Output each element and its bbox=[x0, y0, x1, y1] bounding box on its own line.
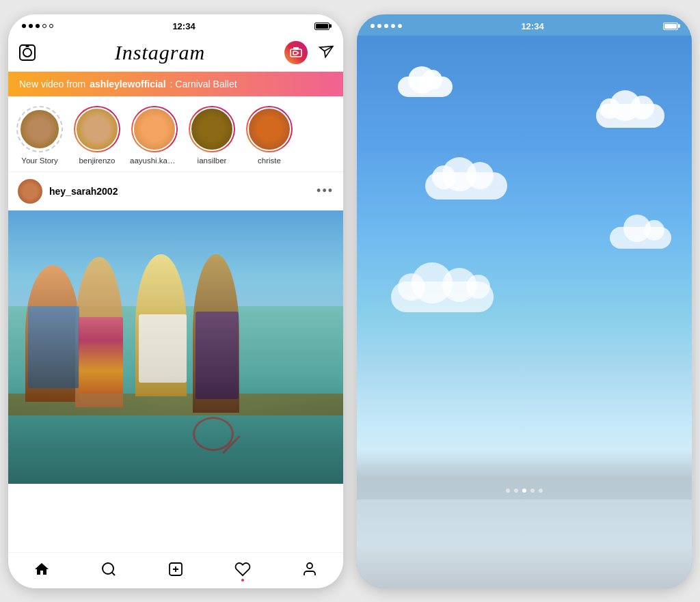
status-time-right: 12:34 bbox=[521, 21, 543, 31]
cloud-group-5 bbox=[391, 282, 494, 312]
story-label-christe: christe bbox=[258, 156, 281, 165]
rdot-2 bbox=[377, 24, 381, 28]
page-dots bbox=[506, 489, 543, 493]
heart-notification-dot bbox=[241, 579, 244, 582]
bottom-nav bbox=[8, 552, 343, 588]
nav-right bbox=[284, 41, 332, 64]
nav-profile[interactable] bbox=[301, 561, 318, 577]
notification-banner[interactable]: New video from ashleylewofficial : Carni… bbox=[8, 72, 343, 96]
battery-icon bbox=[314, 23, 329, 30]
camera-icon[interactable] bbox=[19, 44, 36, 61]
story-label-aayushi: aayushi.kaushik bbox=[130, 156, 179, 165]
instagram-logo: Instagram bbox=[115, 41, 205, 64]
nav-likes[interactable] bbox=[234, 561, 251, 577]
svg-point-9 bbox=[103, 563, 113, 574]
dot-1 bbox=[22, 24, 26, 28]
nav-search[interactable] bbox=[100, 561, 117, 577]
svg-line-10 bbox=[112, 572, 115, 575]
battery-fill-right bbox=[664, 24, 677, 29]
page-dot-1 bbox=[506, 489, 510, 493]
post-image-overlay bbox=[8, 210, 343, 484]
phone-left: 12:34 Instagram bbox=[8, 14, 343, 588]
top-nav: Instagram bbox=[8, 36, 343, 72]
battery-icon-right bbox=[663, 23, 678, 30]
your-story-avatar-wrap bbox=[16, 106, 63, 152]
igtv-nav-icon[interactable] bbox=[284, 41, 308, 64]
rdot-1 bbox=[371, 24, 375, 28]
svg-point-14 bbox=[307, 563, 312, 569]
screenshot-container: 12:34 Instagram bbox=[0, 1, 700, 602]
direct-messages-icon[interactable] bbox=[315, 41, 334, 64]
rdot-4 bbox=[391, 24, 395, 28]
story-avatar-3 bbox=[133, 107, 176, 151]
post-header: hey_sarah2002 ••• bbox=[8, 172, 343, 210]
story-item-christe[interactable]: christe bbox=[245, 106, 294, 165]
post-more-button[interactable]: ••• bbox=[317, 184, 334, 198]
stories-row: Your Story benjirenzo aayushi.kaushik bbox=[8, 96, 343, 172]
post-container: hey_sarah2002 ••• bbox=[8, 172, 343, 552]
story-item-benjirenzo[interactable]: benjirenzo bbox=[72, 106, 122, 165]
story-avatar-wrap-3 bbox=[131, 106, 178, 152]
rdot-3 bbox=[384, 24, 388, 28]
signal-dots bbox=[22, 24, 53, 28]
status-bar-left: 12:34 bbox=[8, 14, 343, 36]
page-dot-2 bbox=[514, 489, 518, 493]
story-item-aayushi[interactable]: aayushi.kaushik bbox=[130, 106, 179, 165]
cloud-group-3 bbox=[425, 172, 507, 200]
dot-3 bbox=[36, 24, 40, 28]
story-avatar-2 bbox=[75, 107, 119, 151]
battery-fill bbox=[316, 24, 328, 29]
phone-right: 12:34 bbox=[357, 14, 692, 588]
cloud-group-1 bbox=[398, 77, 453, 97]
post-image bbox=[8, 210, 343, 484]
story-avatar-wrap-2 bbox=[74, 106, 120, 152]
story-item-your-story[interactable]: Your Story bbox=[15, 106, 64, 165]
cloud-group-4 bbox=[610, 227, 671, 249]
signal-dots-right bbox=[371, 24, 402, 28]
story-avatar-4 bbox=[190, 107, 234, 151]
page-dot-4 bbox=[530, 489, 535, 493]
story-avatar-wrap-4 bbox=[189, 106, 235, 152]
home-screen-content bbox=[357, 36, 692, 588]
dot-2 bbox=[29, 24, 33, 28]
story-item-iansilber[interactable]: iansilber bbox=[187, 106, 237, 165]
svg-line-3 bbox=[296, 53, 299, 55]
rdot-5 bbox=[398, 24, 402, 28]
story-avatar-5 bbox=[247, 107, 291, 151]
story-label-benjirenzo: benjirenzo bbox=[79, 156, 115, 165]
status-time: 12:34 bbox=[172, 21, 195, 31]
notification-prefix: New video from bbox=[19, 79, 85, 90]
story-avatar-wrap-5 bbox=[246, 106, 293, 152]
nav-add[interactable] bbox=[167, 561, 184, 577]
post-username: hey_sarah2002 bbox=[49, 186, 118, 197]
svg-rect-1 bbox=[293, 47, 299, 50]
cloud-group-2 bbox=[596, 104, 664, 128]
nav-home[interactable] bbox=[33, 561, 50, 577]
page-dot-3 bbox=[522, 489, 526, 493]
notification-suffix: : Carnival Ballet bbox=[170, 79, 237, 90]
dot-4 bbox=[42, 24, 46, 28]
page-dot-5 bbox=[539, 489, 543, 493]
story-label-iansilber: iansilber bbox=[198, 156, 227, 165]
story-label-your-story: Your Story bbox=[21, 156, 57, 165]
post-image-inner bbox=[8, 210, 343, 484]
your-story-avatar bbox=[19, 109, 60, 150]
status-bar-right: 12:34 bbox=[357, 14, 692, 36]
dot-5 bbox=[49, 24, 53, 28]
svg-rect-0 bbox=[291, 49, 301, 57]
post-user-avatar bbox=[18, 179, 42, 204]
post-user[interactable]: hey_sarah2002 bbox=[18, 179, 118, 204]
notification-username: ashleylewofficial bbox=[90, 79, 165, 90]
